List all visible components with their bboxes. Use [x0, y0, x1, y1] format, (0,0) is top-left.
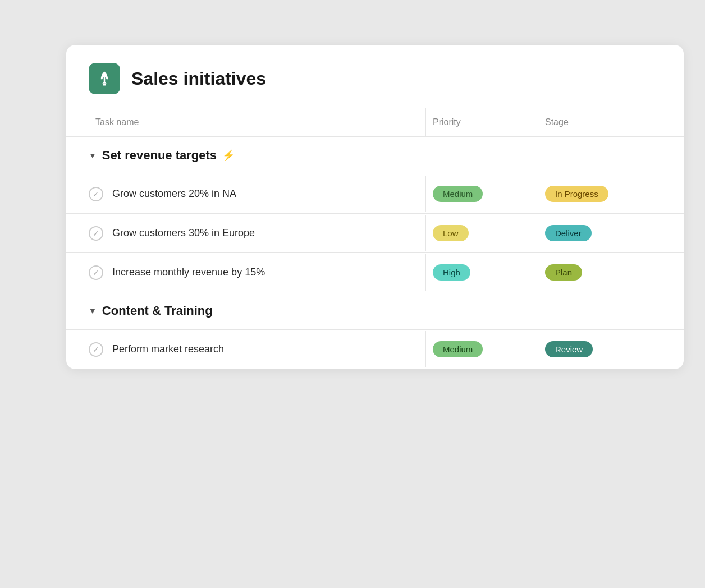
- stage-cell: Deliver: [538, 215, 661, 251]
- table-row: ✓ Grow customers 20% in NA Medium In Pro…: [66, 174, 684, 214]
- chevron-down-icon[interactable]: ▼: [89, 151, 97, 160]
- rocket-icon: [96, 70, 113, 87]
- priority-badge: Medium: [433, 341, 483, 357]
- priority-cell: Medium: [425, 176, 538, 212]
- page-title: Sales initiatives: [131, 68, 266, 89]
- tasks-table: Task name Priority Stage ▼ Set revenue t…: [66, 108, 684, 369]
- main-card: Sales initiatives Task name Priority Sta…: [66, 45, 684, 369]
- table-header-row: Task name Priority Stage: [66, 108, 684, 137]
- stage-badge: Review: [545, 341, 593, 357]
- stage-badge: In Progress: [545, 186, 608, 202]
- group-content-training[interactable]: ▼ Content & Training: [66, 292, 684, 330]
- task-name: Perform market research: [112, 343, 224, 355]
- stage-cell: Plan: [538, 254, 661, 291]
- app-logo: [89, 63, 120, 94]
- task-name: Increase monthly revenue by 15%: [112, 267, 265, 278]
- priority-badge: High: [433, 264, 470, 281]
- col-header-stage: Stage: [538, 108, 661, 136]
- priority-cell: Medium: [425, 331, 538, 368]
- task-name: Grow customers 20% in NA: [112, 188, 236, 200]
- priority-badge: Low: [433, 225, 469, 241]
- group-title: Content & Training: [102, 304, 213, 318]
- table-row: ✓ Perform market research Medium Review: [66, 330, 684, 369]
- task-check-icon[interactable]: ✓: [89, 187, 103, 201]
- group-set-revenue-targets[interactable]: ▼ Set revenue targets ⚡: [66, 137, 684, 174]
- stage-cell: Review: [538, 331, 661, 368]
- task-name-cell: ✓ Grow customers 30% in Europe: [89, 216, 425, 251]
- priority-cell: Low: [425, 215, 538, 251]
- stage-badge: Deliver: [545, 225, 592, 241]
- task-check-icon[interactable]: ✓: [89, 342, 103, 357]
- stage-badge: Plan: [545, 264, 582, 281]
- lightning-icon: ⚡: [222, 149, 235, 162]
- task-check-icon[interactable]: ✓: [89, 265, 103, 280]
- priority-cell: High: [425, 254, 538, 291]
- priority-badge: Medium: [433, 186, 483, 202]
- task-name: Grow customers 30% in Europe: [112, 227, 255, 239]
- col-header-priority: Priority: [425, 108, 538, 136]
- task-name-cell: ✓ Increase monthly revenue by 15%: [89, 255, 425, 290]
- stage-cell: In Progress: [538, 176, 661, 212]
- task-name-cell: ✓ Grow customers 20% in NA: [89, 177, 425, 212]
- group-title: Set revenue targets: [102, 148, 217, 163]
- task-check-icon[interactable]: ✓: [89, 226, 103, 241]
- col-header-task: Task name: [89, 108, 425, 136]
- chevron-down-icon[interactable]: ▼: [89, 306, 97, 315]
- table-row: ✓ Grow customers 30% in Europe Low Deliv…: [66, 214, 684, 253]
- table-row: ✓ Increase monthly revenue by 15% High P…: [66, 253, 684, 292]
- page-header: Sales initiatives: [66, 45, 684, 108]
- task-name-cell: ✓ Perform market research: [89, 332, 425, 367]
